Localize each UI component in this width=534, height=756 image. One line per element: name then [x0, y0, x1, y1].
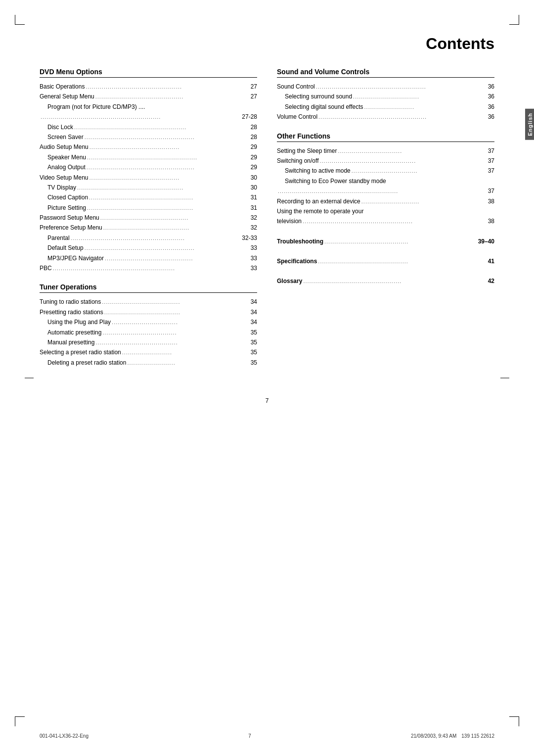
toc-entry: MP3/JPEG Navigator .....................…: [40, 253, 257, 263]
toc-entry: Sound Control ..........................…: [277, 82, 494, 92]
toc-entry: Closed Caption .........................…: [40, 192, 257, 202]
section-header-other: Other Functions: [277, 132, 494, 142]
toc-entry: ........................................…: [277, 186, 494, 196]
toc-entry: Automatic presetting ...................…: [40, 328, 257, 337]
footer: 001-041-LX36-22-Eng 7 21/08/2003, 9:43 A…: [40, 733, 494, 739]
toc-entry: Analog Output ..........................…: [40, 162, 257, 172]
page: English Contents DVD Menu Options Basic …: [0, 0, 534, 756]
toc-entry: Manual presetting ......................…: [40, 337, 257, 347]
toc-entry: Deleting a preset radio station ........…: [40, 358, 257, 368]
toc-entry: ........................................…: [40, 112, 257, 122]
toc-entry: Program (not for Picture CD/MP3) ....: [40, 102, 257, 112]
corner-mark-bl: [15, 716, 25, 726]
toc-entry: Video Setup Menu .......................…: [40, 173, 257, 183]
toc-entry: Switching on/off .......................…: [277, 156, 494, 166]
toc-entry: Disc Lock ..............................…: [40, 122, 257, 132]
toc-entry: General Setup Menu .....................…: [40, 92, 257, 101]
side-mark-left: [25, 378, 34, 378]
content-area: DVD Menu Options Basic Operations ......…: [40, 68, 494, 378]
section-dvd-menu-options: DVD Menu Options Basic Operations ......…: [40, 68, 257, 273]
page-title: Contents: [40, 35, 494, 53]
corner-mark-br: [509, 716, 519, 726]
section-specifications: Specifications .........................…: [277, 256, 494, 266]
toc-entry: TV Display .............................…: [40, 183, 257, 192]
toc-entry: Password Setup Menu ....................…: [40, 213, 257, 223]
toc-entry: Selecting a preset radio station .......…: [40, 347, 257, 357]
column-left: DVD Menu Options Basic Operations ......…: [40, 68, 257, 378]
footer-right: 21/08/2003, 9:43 AM 139 115 22612: [411, 733, 494, 739]
toc-entry: Selecting surround sound ...............…: [277, 92, 494, 101]
toc-entry: television .............................…: [277, 216, 494, 226]
toc-entry: Picture Setting ........................…: [40, 203, 257, 213]
footer-center: 7: [248, 733, 251, 739]
footer-left: 001-041-LX36-22-Eng: [40, 733, 89, 739]
toc-entry: Using the Plug and Play ................…: [40, 317, 257, 327]
toc-entry: Switching to active mode ...............…: [277, 166, 494, 176]
section-glossary: Glossary ...............................…: [277, 276, 494, 286]
toc-entry: Default Setup ..........................…: [40, 243, 257, 253]
toc-entry: Preference Setup Menu ..................…: [40, 223, 257, 233]
toc-entry: Setting the Sleep timer ................…: [277, 146, 494, 156]
toc-entry-glossary: Glossary ...............................…: [277, 276, 494, 286]
toc-entry: Basic Operations .......................…: [40, 82, 257, 92]
toc-entry-specifications: Specifications .........................…: [277, 256, 494, 266]
toc-entry: Recording to an external device ........…: [277, 196, 494, 206]
column-right: Sound and Volume Controls Sound Control …: [277, 68, 494, 378]
section-tuner-operations: Tuner Operations Tuning to radio station…: [40, 283, 257, 368]
toc-entry: PBC ....................................…: [40, 263, 257, 273]
toc-entry: Selecting digital sound effects ........…: [277, 102, 494, 112]
section-other-functions: Other Functions Setting the Sleep timer …: [277, 132, 494, 227]
toc-entry: Parental ...............................…: [40, 233, 257, 243]
toc-entry: Audio Setup Menu .......................…: [40, 142, 257, 152]
toc-entry: Switching to Eco Power standby mode: [277, 176, 494, 186]
section-sound-volume: Sound and Volume Controls Sound Control …: [277, 68, 494, 122]
corner-mark-tl: [15, 15, 25, 25]
toc-entry-troubleshooting: Troubleshooting ........................…: [277, 236, 494, 246]
toc-entry: Volume Control .........................…: [277, 112, 494, 122]
toc-entry: Tuning to radio stations ...............…: [40, 297, 257, 307]
section-header-tuner: Tuner Operations: [40, 283, 257, 293]
section-troubleshooting: Troubleshooting ........................…: [277, 236, 494, 246]
english-tab: English: [525, 109, 534, 140]
section-header-dvd: DVD Menu Options: [40, 68, 257, 78]
section-header-sound: Sound and Volume Controls: [277, 68, 494, 78]
toc-entry: Screen Saver ...........................…: [40, 132, 257, 142]
toc-entry: Presetting radio stations ..............…: [40, 307, 257, 317]
toc-entry: Using the remote to operate your: [277, 206, 494, 216]
corner-mark-tr: [509, 15, 519, 25]
page-number: 7: [40, 397, 494, 404]
toc-entry: Speaker Menu ...........................…: [40, 152, 257, 162]
side-mark-right: [500, 378, 509, 378]
